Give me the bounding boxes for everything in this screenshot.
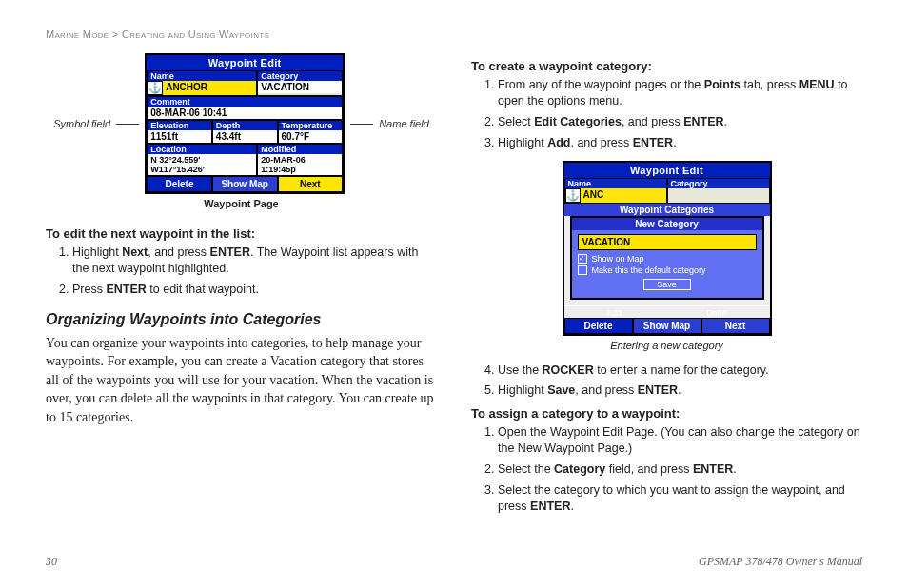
breadcrumb-section: Marine Mode <box>46 29 109 40</box>
screen-title: Waypoint Edit <box>147 55 343 70</box>
show-map-button-2[interactable]: Show Map <box>633 318 701 334</box>
label-default-category: Make this the default category <box>592 265 706 275</box>
para-organizing: You can organize your waypoints into cat… <box>46 334 437 427</box>
list-item: Press ENTER to edit that waypoint. <box>72 282 437 298</box>
list-item: Highlight Next, and press ENTER. The Way… <box>72 245 437 277</box>
label-depth: Depth <box>213 121 277 130</box>
show-map-button[interactable]: Show Map <box>212 176 278 192</box>
text: , and press <box>148 245 209 259</box>
text: From any of the waypoint pages or the <box>498 78 704 91</box>
text-bold: Edit Categories <box>534 115 622 128</box>
callout-symbol-field: Symbol field <box>53 118 110 129</box>
list-item: Select Edit Categories, and press ENTER. <box>498 114 862 130</box>
text: Press <box>72 283 106 296</box>
text: . <box>724 115 727 128</box>
heading-edit-next: To edit the next waypoint in the list: <box>46 226 437 241</box>
label-category: Category <box>258 71 342 81</box>
text: . <box>673 136 676 149</box>
text: tab, press <box>740 78 799 91</box>
text-bold: Add <box>547 136 570 149</box>
figure-new-category: Waypoint Edit Name ⚓ANC Category Waypoin… <box>471 161 862 351</box>
figure1-caption: Waypoint Page <box>204 198 278 209</box>
callout-name-field: Name field <box>379 118 429 129</box>
new-category-input[interactable]: VACATION <box>578 234 757 250</box>
text-bold: ENTER <box>210 245 250 259</box>
device-screen-new-category: Waypoint Edit Name ⚓ANC Category Waypoin… <box>563 161 772 336</box>
breadcrumb-sep: > <box>112 29 119 40</box>
add-button[interactable]: Add <box>606 308 622 318</box>
text: Highlight <box>498 136 547 149</box>
field-elevation[interactable]: 1151ft <box>148 130 211 143</box>
text: to enter a name for the category. <box>594 363 769 377</box>
text: to edit that waypoint. <box>147 283 259 296</box>
list-create-category: From any of the waypoint pages or the Po… <box>471 77 862 151</box>
delete-button[interactable]: Delete <box>147 176 212 192</box>
text-bold: ENTER <box>530 500 570 513</box>
list-item: From any of the waypoint pages or the Po… <box>498 77 862 109</box>
text: Highlight <box>72 245 122 259</box>
breadcrumb-page: Creating and Using Waypoints <box>122 29 269 40</box>
checkbox-icon[interactable] <box>578 265 587 275</box>
label-temperature: Temperature <box>279 121 343 130</box>
done-button[interactable]: Done <box>706 308 727 318</box>
text-bold: ENTER <box>106 283 146 296</box>
label-modified: Modified <box>258 145 342 154</box>
label-category-2: Category <box>668 179 769 188</box>
label-name-2: Name <box>565 179 666 188</box>
breadcrumb: Marine Mode > Creating and Using Waypoin… <box>46 29 862 40</box>
bg-field-name: ANC <box>581 188 666 203</box>
label-location: Location <box>148 145 256 154</box>
label-show-on-map: Show on Map <box>592 254 644 264</box>
field-comment[interactable]: 08-MAR-06 10:41 <box>148 107 342 119</box>
checkbox-icon[interactable]: ✓ <box>578 254 587 264</box>
delete-button-2[interactable]: Delete <box>564 318 633 334</box>
text-bold: ENTER <box>693 462 733 476</box>
callout-line-left <box>116 124 139 125</box>
row-default-category[interactable]: Make this the default category <box>578 265 757 275</box>
field-name[interactable]: ANCHOR <box>163 81 256 95</box>
text: . <box>733 462 736 476</box>
save-button[interactable]: Save <box>643 279 691 290</box>
label-comment: Comment <box>148 97 342 107</box>
screen-title-2: Waypoint Edit <box>564 163 770 178</box>
text-bold: ROCKER <box>543 363 594 377</box>
left-column: Symbol field Waypoint Edit Name ⚓ ANCHOR <box>46 53 437 522</box>
field-location[interactable]: N 32°24.559' W117°15.426' <box>148 154 256 175</box>
list-edit-next: Highlight Next, and press ENTER. The Way… <box>46 245 437 298</box>
text-bold: Save <box>547 383 575 397</box>
anchor-icon: ⚓ <box>148 81 163 95</box>
heading-organizing: Organizing Waypoints into Categories <box>46 311 437 328</box>
figure-waypoint-page: Symbol field Waypoint Edit Name ⚓ ANCHOR <box>46 53 437 209</box>
next-button-2[interactable]: Next <box>701 318 770 334</box>
text: . <box>678 383 681 397</box>
row-show-on-map[interactable]: ✓ Show on Map <box>578 254 757 264</box>
figure2-caption: Entering a new category <box>610 340 723 351</box>
list-create-category-cont: Use the ROCKER to enter a name for the c… <box>471 363 862 400</box>
field-category[interactable]: VACATION <box>258 81 342 93</box>
right-column: To create a waypoint category: From any … <box>471 53 862 522</box>
field-modified: 20-MAR-06 1:19:45p <box>258 154 342 175</box>
text-bold: Category <box>554 462 605 476</box>
page-footer: 30 GPSMAP 378/478 Owner's Manual <box>46 555 862 569</box>
list-item: Highlight Save, and press ENTER. <box>498 382 862 399</box>
field-depth[interactable]: 43.4ft <box>213 130 277 143</box>
overlay-new-category: New Category VACATION ✓ Show on Map Make… <box>570 216 764 300</box>
text-bold: Next <box>122 245 148 259</box>
text: Highlight <box>498 383 547 397</box>
text: . <box>570 500 573 513</box>
text: Select the <box>498 462 554 476</box>
list-item: Select the category to which you want to… <box>498 482 862 515</box>
field-temperature[interactable]: 60.7°F <box>279 130 343 143</box>
text-bold: Points <box>704 78 740 91</box>
next-button[interactable]: Next <box>278 176 344 192</box>
list-item: Use the ROCKER to enter a name for the c… <box>498 363 862 379</box>
list-item: Select the Category field, and press ENT… <box>498 461 862 478</box>
text-bold: ENTER <box>633 136 673 149</box>
label-elevation: Elevation <box>148 121 211 130</box>
text: , and press <box>575 383 637 397</box>
text: Use the <box>498 363 543 377</box>
device-screen-waypoint-edit: Waypoint Edit Name ⚓ ANCHOR Category VAC… <box>145 53 345 194</box>
list-item: Open the Waypoint Edit Page. (You can al… <box>498 424 862 457</box>
anchor-icon: ⚓ <box>565 188 581 203</box>
text-bold: MENU <box>799 78 835 91</box>
